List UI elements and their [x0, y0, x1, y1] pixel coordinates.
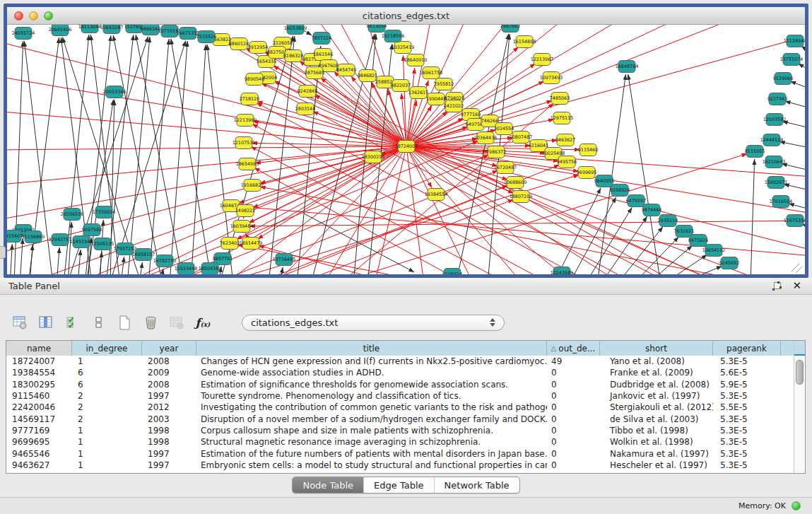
tab-node-table[interactable]: Node Table	[293, 477, 364, 493]
graph-node[interactable]: 20691406	[49, 25, 72, 36]
graph-node[interactable]: 12093582	[763, 114, 787, 126]
graph-node[interactable]: 10807487	[510, 132, 533, 144]
graph-node[interactable]: 20206536	[61, 209, 84, 221]
graph-node[interactable]: 9463627	[555, 134, 575, 146]
graph-node[interactable]: 9227343	[767, 93, 787, 105]
graph-node[interactable]: 9097588	[82, 224, 102, 236]
tab-edge-table[interactable]: Edge Table	[364, 477, 434, 493]
graph-node[interactable]: 9195024	[442, 269, 462, 275]
graph-node[interactable]: 17016504	[770, 196, 793, 208]
graph-node[interactable]: 8860124	[229, 38, 249, 50]
table-row[interactable]: 1830029562008Estimation of significance …	[6, 379, 805, 390]
table-row[interactable]: 1938455462009Genome-wide association stu…	[6, 367, 805, 378]
graph-node[interactable]: 10325419	[392, 42, 415, 54]
graph-node[interactable]: 8813054	[367, 25, 387, 33]
graph-node[interactable]: 12942757	[49, 234, 72, 246]
graph-node[interactable]: 6479197	[626, 195, 646, 207]
graph-node[interactable]: 8115955	[745, 146, 765, 158]
graph-node[interactable]: 9115460	[578, 144, 598, 156]
graph-node[interactable]: 12975115	[551, 112, 574, 124]
graph-node[interactable]: 8471626	[688, 235, 708, 247]
graph-node[interactable]: 18807209	[510, 191, 533, 203]
graph-node[interactable]: 2718120	[240, 93, 259, 105]
graph-node[interactable]: 10973493	[540, 72, 563, 84]
graph-node[interactable]: 11675358	[784, 215, 805, 227]
graph-node[interactable]: 7623402	[220, 238, 240, 250]
graph-node[interactable]: 10243989	[551, 267, 574, 275]
graph-node[interactable]: 8186328	[283, 50, 303, 62]
table-row[interactable]: 1872400712008Changes of HCN gene express…	[6, 356, 805, 367]
graph-node[interactable]: 16720487	[494, 162, 517, 174]
graph-node[interactable]: 15751074	[780, 54, 804, 66]
column-header-short[interactable]: short	[600, 341, 713, 356]
graph-node[interactable]: 5912954	[248, 42, 268, 54]
graph-node[interactable]: 18300295	[362, 151, 385, 163]
table-row[interactable]: 2242004622012Investigating the contribut…	[6, 402, 805, 413]
graph-node[interactable]: 8358924	[610, 185, 630, 197]
table-row[interactable]: 911546021997Tourette syndrome. Phenomeno…	[6, 390, 805, 402]
table-row[interactable]: 1456911722003Disruption of a novel membe…	[6, 413, 805, 424]
close-window-button[interactable]	[14, 11, 23, 21]
show-columns-button[interactable]	[37, 314, 54, 331]
graph-node[interactable]: 11124940	[784, 35, 805, 47]
graph-node[interactable]: 10653287	[100, 25, 124, 34]
graph-node[interactable]: 12505135	[91, 238, 114, 250]
formula-button[interactable]: ƒ(x)	[194, 314, 211, 331]
panel-collapse-handle[interactable]	[0, 246, 6, 259]
table-row[interactable]: 946362711997Embryonic stem cells: a mode…	[6, 460, 805, 471]
graph-node[interactable]: 20364436	[474, 132, 498, 144]
graph-node[interactable]: 9699695	[577, 167, 596, 179]
graph-node[interactable]: 7986372	[486, 146, 506, 158]
graph-node[interactable]: 15992971	[765, 177, 788, 189]
graph-node[interactable]: 7857224	[312, 33, 331, 45]
graph-node[interactable]: 12213969	[234, 115, 257, 127]
graph-node[interactable]: 10688609	[504, 177, 527, 189]
graph-node[interactable]: 8454749	[336, 64, 356, 76]
graph-node[interactable]: 18654983	[236, 158, 259, 170]
scrollbar-thumb[interactable]	[796, 360, 804, 385]
graph-node[interactable]: 16154808	[513, 36, 536, 48]
graph-node[interactable]: 16914479	[240, 238, 263, 250]
select-columns-button[interactable]	[64, 314, 81, 331]
graph-node[interactable]: 24055724	[12, 28, 35, 40]
graph-node[interactable]: 10654112	[702, 245, 726, 257]
graph-node[interactable]: 7485063	[550, 93, 570, 105]
graph-node[interactable]: 2803144	[295, 103, 315, 115]
graph-node[interactable]: 16958107	[132, 249, 155, 261]
graph-node[interactable]: 19384554	[425, 189, 448, 201]
graph-node[interactable]: 18640910	[404, 54, 428, 66]
delete-column-button[interactable]	[142, 314, 159, 331]
graph-node[interactable]: 19166827	[241, 180, 264, 192]
zoom-window-button[interactable]	[44, 11, 53, 21]
column-header-year[interactable]: year	[142, 341, 196, 356]
graph-node[interactable]: 9640955	[594, 175, 614, 187]
graph-node[interactable]: 16210643	[763, 156, 786, 168]
window-titlebar[interactable]: citations_edges.txt	[7, 7, 805, 25]
graph-node[interactable]: 2935114	[658, 215, 678, 227]
graph-node[interactable]: 9242848	[298, 86, 317, 98]
graph-node[interactable]: 16961758	[420, 67, 443, 79]
table-mode-button[interactable]	[11, 314, 28, 331]
column-header-pagerank[interactable]: pagerank	[713, 341, 781, 356]
graph-node[interactable]: 20053346	[103, 86, 126, 98]
table-row[interactable]: 969969511998Structural magnetic resonanc…	[6, 436, 805, 448]
graph-node[interactable]: 18113044	[78, 25, 102, 33]
graph-node[interactable]: 1861546	[313, 49, 333, 61]
new-column-button[interactable]	[116, 314, 133, 331]
graph-node[interactable]: 18504380	[199, 263, 222, 275]
graph-node[interactable]: 12923448	[175, 263, 198, 275]
graph-node[interactable]: 11156869	[22, 231, 45, 243]
graph-node[interactable]: 16782759	[153, 255, 177, 267]
graph-node[interactable]: 2875685	[305, 67, 324, 79]
graph-node[interactable]: 9890546	[245, 74, 264, 86]
graph-node[interactable]: 1498222	[235, 205, 255, 217]
close-panel-icon[interactable]: ✕	[792, 281, 801, 291]
graph-node[interactable]: 7515526	[196, 31, 216, 43]
graph-node[interactable]: 9474444	[642, 204, 661, 216]
network-canvas[interactable]: 1872400776638228860124591295416543352342…	[7, 25, 805, 274]
graph-node[interactable]: 17359924	[93, 206, 116, 218]
table-source-select[interactable]: citations_edges.txt	[242, 315, 505, 331]
row-selection-button[interactable]	[90, 314, 107, 331]
column-header-name[interactable]: name	[6, 341, 72, 356]
float-panel-icon[interactable]	[772, 281, 782, 291]
